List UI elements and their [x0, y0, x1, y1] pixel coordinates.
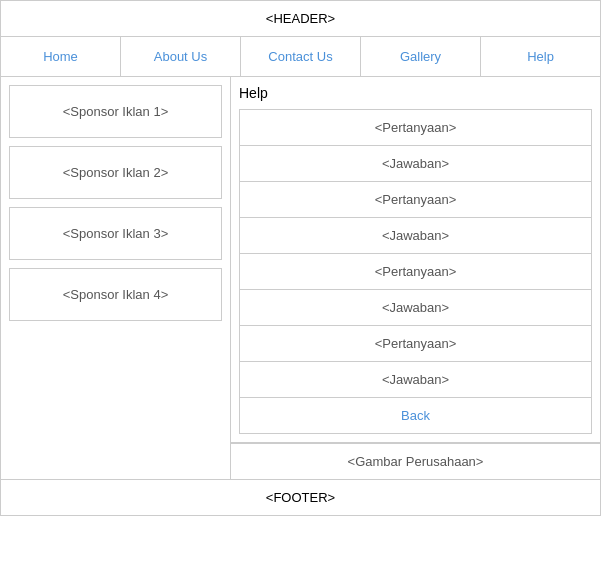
main-content: <Sponsor Iklan 1> <Sponsor Iklan 2> <Spo…	[0, 77, 601, 480]
back-button[interactable]: Back	[240, 398, 591, 433]
faq-question-4: <Pertanyaan>	[240, 326, 591, 362]
nav-help[interactable]: Help	[481, 37, 600, 76]
faq-answer-1: <Jawaban>	[240, 146, 591, 182]
faq-answer-4: <Jawaban>	[240, 362, 591, 398]
help-title: Help	[239, 85, 592, 101]
header: <HEADER>	[0, 0, 601, 37]
nav-about[interactable]: About Us	[121, 37, 241, 76]
faq-question-3: <Pertanyaan>	[240, 254, 591, 290]
navbar: Home About Us Contact Us Gallery Help	[0, 37, 601, 77]
sponsor-4: <Sponsor Iklan 4>	[9, 268, 222, 321]
faq-answer-3: <Jawaban>	[240, 290, 591, 326]
sponsor-2: <Sponsor Iklan 2>	[9, 146, 222, 199]
faq-answer-2: <Jawaban>	[240, 218, 591, 254]
sidebar: <Sponsor Iklan 1> <Sponsor Iklan 2> <Spo…	[1, 77, 231, 479]
nav-home[interactable]: Home	[1, 37, 121, 76]
nav-gallery[interactable]: Gallery	[361, 37, 481, 76]
header-label: <HEADER>	[266, 11, 335, 26]
footer: <FOOTER>	[0, 480, 601, 516]
content-area: Help <Pertanyaan> <Jawaban> <Pertanyaan>…	[231, 77, 600, 479]
faq-question-1: <Pertanyaan>	[240, 110, 591, 146]
faq-list: <Pertanyaan> <Jawaban> <Pertanyaan> <Jaw…	[239, 109, 592, 434]
sponsor-3: <Sponsor Iklan 3>	[9, 207, 222, 260]
sponsor-1: <Sponsor Iklan 1>	[9, 85, 222, 138]
company-image: <Gambar Perusahaan>	[231, 443, 600, 479]
footer-label: <FOOTER>	[266, 490, 335, 505]
nav-contact[interactable]: Contact Us	[241, 37, 361, 76]
faq-question-2: <Pertanyaan>	[240, 182, 591, 218]
help-section: Help <Pertanyaan> <Jawaban> <Pertanyaan>…	[231, 77, 600, 443]
